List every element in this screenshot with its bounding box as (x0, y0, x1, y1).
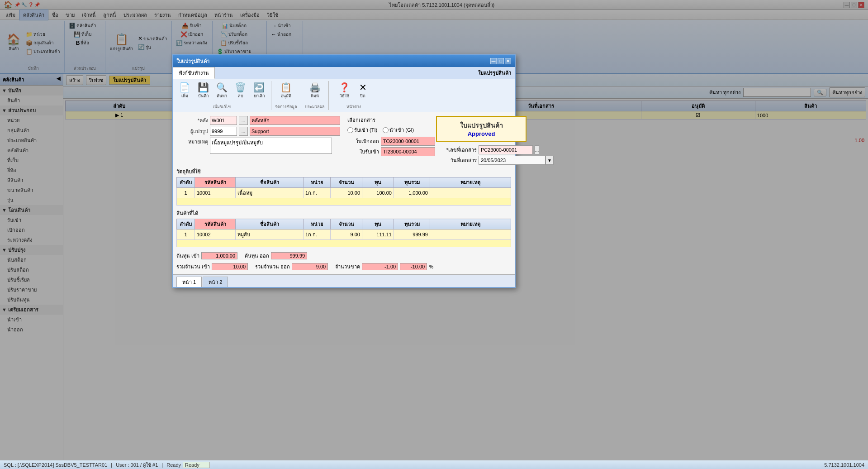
date-field: ▼ (479, 156, 554, 165)
doc-status-box: ใบแปรรูปสินค้า Approved (436, 116, 526, 142)
processor-name-input[interactable] (250, 127, 340, 136)
output-table-empty-row (177, 240, 511, 247)
toolbar-btn-search[interactable]: 🔍 ค้นหา (213, 81, 230, 100)
doc-no-label: *เลขที่เอกสาร (436, 146, 477, 154)
doc-no-lookup-btn[interactable]: ... (535, 145, 539, 154)
toolbar-btn-approve[interactable]: 📋 อนุมัติ (278, 81, 294, 100)
delete-icon: 🗑️ (235, 82, 246, 93)
modal-form-content: *คลัง ... ผู้แปรรูป ... หมายเหตุ เนื้อหม… (173, 112, 515, 274)
output-cell-name: หมูสับ (236, 230, 304, 240)
input-cell-name: เนื้อหมู (236, 188, 304, 198)
form-left: *คลัง ... ผู้แปรรูป ... หมายเหตุ เนื้อหม… (176, 116, 340, 165)
statusbar-version: 5.7132.1001.1004 (824, 462, 864, 468)
note-row: หมายเหตุ เนื้อหมูแปรรูปเป็นหมูสับ (176, 138, 340, 154)
doc-status-title: ใบแปรรูปสินค้า (444, 120, 518, 130)
statusbar-separator1: | (111, 462, 112, 468)
modal-maximize-btn[interactable]: □ (498, 58, 504, 64)
input-cell-total: 1,000.00 (394, 188, 430, 198)
cost-out-field: ต้นทุน ออก 999.99 (245, 252, 307, 260)
output-col-total: ทุนรวม (394, 219, 430, 230)
toolbar-group-print-label: ประมวลผล (305, 104, 325, 110)
toolbar-group-edit: 📄 เพิ่ม 💾 บันทึก 🔍 ค้นหา 🗑️ ลบ (176, 81, 271, 110)
output-table: ลำดับ รหัสสินค้า ชื่อสินค้า หน่วย จำนวน … (176, 219, 511, 247)
processor-code-input[interactable] (210, 127, 237, 136)
statusbar-status-display: Ready (183, 462, 210, 468)
qty-in-label: รวมจำนวน เข้า (176, 263, 210, 271)
doc-ref-out-label: ใบรับเข้า (347, 148, 379, 156)
qty-out-label: รวมจำนวน ออก (255, 263, 290, 271)
input-table-empty-row (177, 198, 511, 206)
output-table-row[interactable]: 1 10002 หมูสับ 1ก.ก. 9.00 111.11 999.99 (177, 230, 511, 240)
toolbar-btn-cancel[interactable]: ↩️ ยกเลิก (251, 81, 267, 100)
toolbar-group-manage: 📋 อนุมัติ จัดการข้อมูล (275, 81, 301, 110)
radio-issue[interactable]: นำเข้า (GI) (383, 126, 414, 134)
input-cell-no: 1 (177, 188, 195, 198)
toolbar-btn-save[interactable]: 💾 บันทึก (195, 81, 212, 100)
warehouse-code-input[interactable] (210, 116, 237, 125)
modal-title: ใบแปรรูปสินค้า (176, 57, 209, 65)
statusbar-sql: SQL : [.\SQLEXP2014] SssDBV5_TESTTAR01 (4, 462, 107, 468)
doc-ref-section: ใบเบิกออก ใบรับเข้า (347, 137, 429, 156)
toolbar-btn-help[interactable]: ❓ วิธีใช้ (336, 81, 353, 100)
approve-icon: 📋 (280, 82, 292, 93)
input-col-no: ลำดับ (177, 177, 195, 188)
input-cell-cost: 100.00 (362, 188, 394, 198)
input-table-title: วัตถุดิบที่ใช้ (176, 168, 511, 176)
doc-ref-in-input[interactable] (381, 137, 435, 146)
toolbar-btn-close[interactable]: ✕ ปิด (355, 81, 371, 100)
processor-label: ผู้แปรรูป (176, 127, 208, 135)
qty-in-value: 10.00 (212, 263, 248, 270)
help-icon: ❓ (339, 82, 350, 93)
doc-ref-out-input[interactable] (381, 147, 435, 156)
statusbar: SQL : [.\SQLEXP2014] SssDBV5_TESTTAR01 |… (0, 460, 868, 469)
output-col-name: ชื่อสินค้า (236, 219, 304, 230)
toolbar-btn-add[interactable]: 📄 เพิ่ม (176, 81, 193, 100)
doc-date-label: วันที่เอกสาร (436, 156, 477, 164)
modal-tab-function[interactable]: ฟังก์ชันทำงาน (173, 67, 215, 79)
input-table: ลำดับ รหัสสินค้า ชื่อสินค้า หน่วย จำนวน … (176, 177, 511, 206)
output-cell-note (430, 230, 511, 240)
output-col-unit: หน่วย (304, 219, 331, 230)
note-label: หมายเหตุ (176, 138, 208, 146)
output-cell-cost: 111.11 (362, 230, 394, 240)
warehouse-name-input[interactable] (250, 116, 340, 125)
output-empty-cell (177, 240, 511, 247)
output-cell-code: 10002 (195, 230, 236, 240)
modal-close-btn[interactable]: ✕ (505, 58, 511, 64)
input-col-total: ทุนรวม (394, 177, 430, 188)
modal-page-tab-2[interactable]: หน้า 2 (203, 277, 228, 287)
processor-lookup-btn[interactable]: ... (239, 127, 248, 136)
output-cell-total: 999.99 (394, 230, 430, 240)
note-textarea[interactable]: เนื้อหมูแปรรูปเป็นหมูสับ (210, 138, 332, 154)
search-icon: 🔍 (216, 82, 228, 93)
output-cell-qty: 9.00 (331, 230, 362, 240)
modal-titlebar-controls[interactable]: — □ ✕ (490, 58, 511, 64)
close-icon: ✕ (359, 82, 367, 93)
toolbar-group-window: ❓ วิธีใช้ ✕ ปิด หน้าต่าง (332, 81, 371, 110)
input-table-row[interactable]: 1 10001 เนื้อหมู 1ก.ก. 10.00 100.00 1,00… (177, 188, 511, 198)
waste-field: จำนวนขาด -1.00 -10.00 % (335, 263, 433, 271)
calendar-btn[interactable]: ▼ (545, 156, 554, 165)
pct-sign: % (429, 264, 433, 269)
toolbar-btn-print[interactable]: 🖨️ พิมพ์ (307, 81, 323, 100)
cost-in-label: ต้นทุน เข้า (176, 252, 199, 260)
radio-receive[interactable]: รับเข้า (TI) (347, 126, 377, 134)
doc-status-approved: Approved (444, 130, 518, 137)
toolbar-btn-delete[interactable]: 🗑️ ลบ (232, 81, 249, 100)
output-cell-unit: 1ก.ก. (304, 230, 331, 240)
cost-out-value: 999.99 (271, 252, 307, 259)
doc-date-input[interactable] (479, 156, 545, 165)
modal-doc-label: ใบแปรรูปสินค้า (478, 69, 511, 77)
qty-summary-section: รวมจำนวน เข้า 10.00 รวมจำนวน ออก 9.00 จำ… (176, 263, 511, 271)
warehouse-lookup-btn[interactable]: ... (239, 116, 248, 125)
cost-in-value: 1,000.00 (201, 252, 237, 259)
modal-page-tab-1[interactable]: หน้า 1 (176, 277, 202, 287)
modal-minimize-btn[interactable]: — (490, 58, 497, 64)
input-col-code: รหัสสินค้า (195, 177, 236, 188)
modal-page-tabs: หน้า 1 หน้า 2 (173, 274, 515, 287)
waste-pct: -10.00 (400, 263, 427, 270)
input-cell-note (430, 188, 511, 198)
print-icon: 🖨️ (309, 82, 321, 93)
qty-in-field: รวมจำนวน เข้า 10.00 (176, 263, 248, 271)
processor-row: ผู้แปรรูป ... (176, 127, 340, 136)
